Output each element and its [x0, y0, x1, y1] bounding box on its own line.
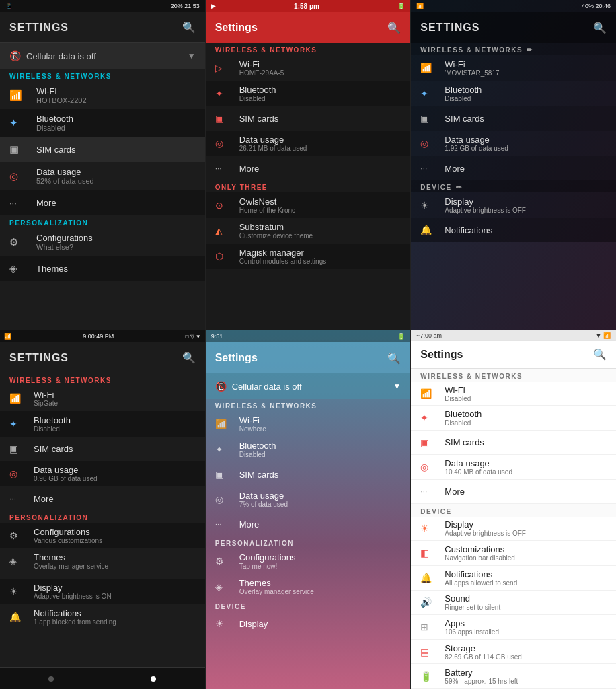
chevron-tl: ▼: [188, 51, 196, 61]
item-more-tc[interactable]: ··· More: [206, 156, 411, 180]
item-more-bc[interactable]: ··· More: [206, 512, 411, 536]
status-left-tl: 📱: [5, 3, 13, 9]
search-icon-bl[interactable]: 🔍: [182, 351, 196, 364]
section-header-ot-tc: ONLY THREE: [206, 180, 411, 192]
wifi-icon-bc: 📶: [215, 419, 233, 429]
status-bar-bl: 📶 9:00:49 PM □ ▽ ▼: [0, 330, 205, 342]
appbar-title-tc: Settings: [215, 22, 258, 34]
item-battery-br[interactable]: 🔋 Battery 59% - approx. 15 hrs left: [411, 664, 616, 689]
data-icon-tc: ◎: [215, 138, 233, 149]
item-apps-br[interactable]: ⊞ Apps 106 apps installed: [411, 615, 616, 640]
item-wifi-br[interactable]: 📶 Wi-Fi Disabled: [411, 382, 616, 406]
search-icon-br[interactable]: 🔍: [593, 348, 607, 361]
appbar-tl: SETTINGS 🔍: [0, 12, 205, 43]
section-header-pers-bl: PERSONALIZATION: [0, 511, 205, 523]
edit-icon-tr[interactable]: ✏: [527, 46, 533, 54]
bt-icon-br: ✦: [420, 412, 438, 423]
item-display-bc[interactable]: ☀ Display: [206, 612, 411, 636]
item-magisk-tc[interactable]: ⬡ Magisk manager Control modules and set…: [206, 244, 411, 269]
item-bt-br[interactable]: ✦ Bluetooth Disabled: [411, 406, 616, 431]
edit-icon-dev-tr[interactable]: ✏: [456, 184, 463, 191]
search-icon-tr[interactable]: 🔍: [593, 22, 607, 34]
item-sim-bc[interactable]: ▣ SIM cards: [206, 462, 411, 486]
display-icon-br: ☀: [420, 523, 438, 534]
data-icon-br: ◎: [420, 462, 438, 472]
item-bt-bl[interactable]: ✦ Bluetooth Disabled: [0, 411, 205, 437]
item-display-br[interactable]: ☀ Display Adaptive brightness is OFF: [411, 517, 616, 542]
status-right-bl: □ ▽ ▼: [185, 334, 200, 340]
item-data-bl[interactable]: ◎ Data usage 0.96 GB of data used: [0, 461, 205, 486]
sim-text-tl: SIM cards: [36, 145, 196, 155]
panel-top-center: ▶ 1:58 pm 🔋 Settings 🔍 WIRELESS & NETWOR…: [206, 0, 412, 330]
notif-icon-br: 🔔: [420, 573, 438, 583]
item-sim-tc[interactable]: ▣ SIM cards: [206, 106, 411, 131]
item-wifi-tr[interactable]: 📶 Wi-Fi 'MOVISTAR_5817': [411, 55, 616, 81]
sim-icon-tr: ▣: [420, 113, 438, 124]
item-config-bl[interactable]: ⚙ Configurations Various customizations: [0, 523, 205, 548]
item-wifi-bl[interactable]: 📶 Wi-Fi SipGate: [0, 386, 205, 411]
search-icon-bc[interactable]: 🔍: [387, 352, 401, 365]
item-notif-bl[interactable]: 🔔 Notifications 1 app blocked from sendi…: [0, 604, 205, 630]
item-sim-tl[interactable]: ▣ SIM cards: [0, 137, 205, 162]
item-more-tr[interactable]: ··· More: [411, 156, 616, 180]
item-sim-br[interactable]: ▣ SIM cards: [411, 431, 616, 455]
item-more-br[interactable]: ··· More: [411, 480, 616, 504]
appbar-br: Settings 🔍: [411, 341, 616, 369]
item-wifi-bc[interactable]: 📶 Wi-Fi Nowhere: [206, 411, 411, 437]
item-themes-tl[interactable]: ◈ Themes: [0, 256, 205, 281]
owlsnest-icon-tc: ⊙: [215, 200, 233, 211]
cellular-bar-bc[interactable]: 📵 Cellular data is off ▼: [206, 373, 411, 399]
item-sim-bl[interactable]: ▣ SIM cards: [0, 437, 205, 461]
item-storage-br[interactable]: ▤ Storage 82.69 GB of 114 GB used: [411, 640, 616, 665]
item-data-tc[interactable]: ◎ Data usage 26.21 MB of data used: [206, 131, 411, 156]
item-more-bl[interactable]: ··· More: [0, 486, 205, 511]
chevron-bc: ▼: [393, 382, 401, 391]
data-icon-bl: ◎: [9, 468, 27, 479]
more-text-tl: More: [36, 198, 196, 208]
bt-icon-bl: ✦: [9, 419, 27, 429]
item-bt-bc[interactable]: ✦ Bluetooth Disabled: [206, 437, 411, 462]
cellular-bar-tl[interactable]: 📵 Cellular data is off ▼: [0, 43, 205, 69]
appbar-tr: SETTINGS 🔍: [411, 12, 616, 43]
item-more-tl[interactable]: ··· More: [0, 190, 205, 215]
item-sim-tr[interactable]: ▣ SIM cards: [411, 106, 616, 131]
search-icon-tl[interactable]: 🔍: [182, 21, 196, 34]
appbar-bl: SETTINGS 🔍: [0, 342, 205, 373]
status-right-br: ▼ 📶: [596, 332, 611, 339]
item-custom-br[interactable]: ◧ Customizations Navigation bar disabled: [411, 541, 616, 566]
section-header-wn-tc: WIRELESS & NETWORKS: [206, 43, 411, 55]
appbar-title-bl: SETTINGS: [9, 352, 69, 364]
item-notif-tr[interactable]: 🔔 Notifications: [411, 218, 616, 242]
item-bt-tl[interactable]: ✦ Bluetooth Disabled: [0, 109, 205, 137]
item-bt-tr[interactable]: ✦ Bluetooth Disabled: [411, 81, 616, 106]
status-bar-tl: 📱 20% 21:53: [0, 0, 205, 12]
section-header-wn-tl: WIRELESS & NETWORKS: [0, 69, 205, 81]
search-icon-tc[interactable]: 🔍: [387, 22, 401, 34]
item-data-bc[interactable]: ◎ Data usage 7% of data used: [206, 486, 411, 512]
item-themes-bl[interactable]: ◈ Themes Overlay manager service: [0, 548, 205, 574]
item-themes-bc[interactable]: ◈ Themes Overlay manager service: [206, 574, 411, 600]
item-display-tr[interactable]: ☀ Display Adaptive brightness is OFF: [411, 192, 616, 218]
item-notif-br[interactable]: 🔔 Notifications All apps allowed to send: [411, 566, 616, 591]
item-config-tl[interactable]: ⚙ Configurations What else?: [0, 228, 205, 256]
item-substratum-tc[interactable]: ◭ Substratum Customize device theme: [206, 218, 411, 244]
item-data-br[interactable]: ◎ Data usage 10.40 MB of data used: [411, 455, 616, 480]
item-data-tl[interactable]: ◎ Data usage 52% of data used: [0, 162, 205, 190]
status-left-tr: 📶: [416, 3, 424, 9]
nav-dot-left: [48, 676, 54, 682]
cellular-text-tl: Cellular data is off: [26, 51, 96, 61]
status-left-br: ~7:00 am: [416, 332, 442, 339]
more-icon-bc: ···: [215, 519, 233, 529]
item-data-tr[interactable]: ◎ Data usage 1.92 GB of data used: [411, 131, 616, 156]
section-header-dev-tr: DEVICE ✏: [411, 180, 616, 192]
appbar-title-tr: SETTINGS: [420, 22, 479, 34]
item-owlsnest-tc[interactable]: ⊙ OwlsNest Home of the Kronc: [206, 192, 411, 218]
substratum-icon-tc: ◭: [215, 225, 233, 236]
item-sound-br[interactable]: 🔊 Sound Ringer set to silent: [411, 591, 616, 616]
section-header-dev-br: DEVICE: [411, 504, 616, 517]
item-config-bc[interactable]: ⚙ Configurations Tap me now!: [206, 548, 411, 574]
item-wifi-tl[interactable]: 📶 Wi-Fi HOTBOX-2202: [0, 81, 205, 109]
item-wifi-tc[interactable]: ▷ Wi-Fi HOME-29AA-5: [206, 55, 411, 81]
item-bt-tc[interactable]: ✦ Bluetooth Disabled: [206, 81, 411, 106]
item-display-bl[interactable]: ☀ Display Adaptive brightness is ON: [0, 579, 205, 604]
